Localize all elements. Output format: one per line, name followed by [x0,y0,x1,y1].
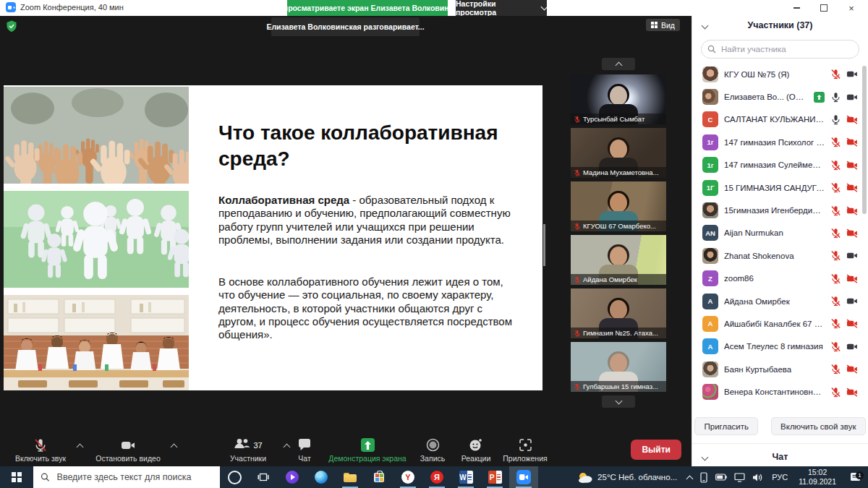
thumbnails-scroll-down-button[interactable] [602,395,635,408]
mic-muted-icon[interactable] [830,341,841,352]
camera-on-icon[interactable] [846,69,858,80]
taskbar-search-input[interactable] [56,471,213,483]
chat-button[interactable]: Чат [288,434,321,466]
video-thumbnail[interactable]: Гимназия №25. Атаха... [571,288,666,338]
participant-row[interactable]: 1Г15 ГИМНАЗИЯ САНДУГАШ [692,176,868,199]
taskbar-search[interactable] [33,466,220,488]
camera-off-icon[interactable] [846,273,858,284]
panel-collapse-chevron[interactable] [702,22,709,30]
chat-panel-header[interactable]: Чат [692,448,868,466]
show-hidden-icons-button[interactable] [684,466,696,488]
minimize-button[interactable] [783,0,810,16]
slide-scrollbar[interactable] [543,224,545,266]
camera-on-icon[interactable] [846,296,858,307]
camera-on-icon[interactable] [846,92,858,103]
unmute-button[interactable]: Включить звук [4,434,77,466]
video-thumbnail[interactable]: Айдана Омирбек [571,235,666,285]
taskbar-app-yandex-browser[interactable]: Y [393,466,422,488]
participants-scrollbar[interactable] [862,66,867,214]
camera-off-icon[interactable] [846,182,858,193]
mic-muted-icon[interactable] [830,250,841,261]
camera-on-icon[interactable] [846,250,858,261]
security-shield-icon[interactable] [6,20,17,35]
camera-off-icon[interactable] [846,205,858,216]
video-thumbnail[interactable]: Турсынбай Сымбат [571,74,666,124]
participant-row[interactable]: Баян Куртыбаева [692,358,868,380]
participant-row[interactable]: 1г147 гимназия Сулейменова К.Б. [692,154,868,176]
taskbar-app-file-explorer[interactable] [336,466,365,488]
record-button[interactable]: Запись [414,434,451,466]
mic-muted-icon[interactable] [830,205,841,216]
video-thumbnail[interactable]: Гулбаршын 15 гимназ... [571,342,666,392]
participant-row[interactable]: Zhanat Shokenova [692,244,868,267]
camera-off-icon[interactable] [846,114,858,125]
mic-muted-icon[interactable] [830,160,841,171]
participant-row[interactable]: Венера Константиновна Окасова [692,380,868,403]
network-display-icon[interactable] [731,466,749,488]
unmute-self-button[interactable]: Включить свой звук [771,417,865,435]
device-icon[interactable] [696,466,712,488]
taskbar-app-yandex-alice[interactable] [278,466,307,488]
mic-muted-icon[interactable] [830,137,841,147]
camera-off-icon[interactable] [846,160,858,171]
participant-row[interactable]: ССАЛТАНАТ КУЛЬЖАНИСОВА [692,108,868,131]
participant-row[interactable]: Елизавета Во... (Организатор) [692,85,868,108]
invite-button[interactable]: Пригласить [694,417,758,435]
volume-icon[interactable] [749,466,767,488]
apps-button[interactable]: Приложения [499,434,551,466]
language-indicator[interactable]: РУС [767,473,793,481]
mic-on-icon[interactable] [830,92,841,103]
restore-button[interactable] [810,0,838,16]
participant-row[interactable]: AАйдана Омирбек [692,290,868,312]
video-thumbnail[interactable]: КГУОШ 67 Омарбеко... [571,181,666,231]
view-button[interactable]: Вид [646,19,681,31]
mic-on-icon[interactable] [830,114,841,125]
battery-icon[interactable] [712,466,731,488]
close-button[interactable]: × [838,0,865,16]
video-options-chevron[interactable] [171,444,178,451]
taskbar-app-powerpoint[interactable]: P [480,466,509,488]
camera-off-icon[interactable] [846,318,858,329]
camera-off-icon[interactable] [846,364,858,374]
mic-muted-icon[interactable] [830,228,841,239]
participants-panel-header[interactable]: Участники (37) [692,16,868,35]
taskbar-weather[interactable]: 25°C Неб. облачно... [571,471,684,484]
mic-muted-icon[interactable] [830,296,841,307]
leave-meeting-button[interactable]: Выйти [631,440,681,460]
audio-options-chevron[interactable] [77,444,84,451]
participant-row[interactable]: AАсем Тлеулес 8 гимназия [692,335,868,358]
reactions-button[interactable]: Реакции [457,434,495,466]
mic-muted-icon[interactable] [830,69,841,80]
participant-row[interactable]: Zzoom86 [692,267,868,290]
participant-row[interactable]: КГУ ОШ №75 (Я) [692,63,868,85]
start-button[interactable] [0,466,33,488]
camera-on-icon[interactable] [846,341,858,352]
camera-off-icon[interactable] [846,137,858,147]
chat-collapse-chevron[interactable] [702,454,709,461]
thumbnails-scroll-up-button[interactable] [602,58,635,70]
stop-video-button[interactable]: Остановить видео [85,434,171,466]
view-settings-button[interactable]: Настройки просмотра [456,0,547,16]
camera-off-icon[interactable] [846,228,858,239]
camera-off-icon[interactable] [846,387,858,398]
taskbar-clock[interactable]: 15:02 11.09.2021 [793,468,842,487]
taskbar-app-microsoft-store[interactable] [365,466,393,488]
taskbar-app-cortana[interactable] [220,466,249,488]
video-thumbnail[interactable]: Мадина Мухаметовна... [571,128,666,178]
participants-button[interactable]: 37 Участники [217,434,279,466]
taskbar-app-word[interactable]: W [451,466,480,488]
taskbar-app-task-view[interactable] [249,466,278,488]
participant-row[interactable]: 15гимназия Игенбердиева 15 ги... [692,199,868,221]
taskbar-app-yandex[interactable]: Я [422,466,451,488]
participant-row[interactable]: 1г147 гимназия Психолог Нұрлан ... [692,131,868,153]
share-screen-button[interactable]: Демонстрация экрана [327,434,408,466]
taskbar-app-zoom[interactable] [509,466,538,488]
participant-row[interactable]: ANAijan Nurmukan [692,222,868,244]
action-center-button[interactable]: 1 [842,472,868,482]
mic-muted-icon[interactable] [830,318,841,329]
taskbar-app-edge[interactable] [307,466,336,488]
mic-muted-icon[interactable] [830,182,841,193]
search-participant-input[interactable] [701,40,859,59]
mic-muted-icon[interactable] [830,364,841,374]
participant-row[interactable]: AАйшабибі Каналбек 67 школа л... [692,312,868,335]
